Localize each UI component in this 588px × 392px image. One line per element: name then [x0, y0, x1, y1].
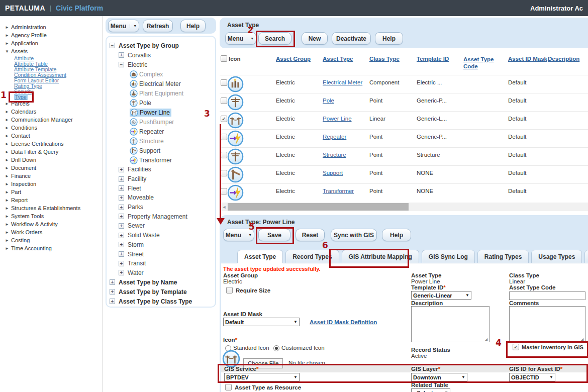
tree-menu-button[interactable]: Menu▼ — [108, 20, 139, 32]
tree-root-asset-type-by-name[interactable]: +Asset Type by Name — [110, 277, 215, 287]
gis-id-select[interactable]: OBJECTID▼ — [509, 373, 555, 381]
related-table-select[interactable]: --Select--▼ — [411, 388, 450, 392]
scroll-left-arrow-icon[interactable]: ◄ — [221, 203, 228, 211]
sidebar-item-inspection[interactable]: ►Inspection — [5, 180, 103, 188]
column-asset-type-code[interactable]: Asset Type Code — [463, 56, 498, 70]
new-button[interactable]: New — [302, 32, 328, 45]
sidebar-item-workflow-activity[interactable]: ►Workflow & Activity — [5, 220, 103, 228]
tree-group-fleet[interactable]: +Fleet — [110, 183, 215, 193]
tree-refresh-button[interactable]: Refresh — [143, 20, 173, 32]
expand-expander-icon[interactable]: + — [119, 223, 124, 229]
sidebar-link-condition-assessment[interactable]: Condition Assessment — [14, 72, 103, 77]
tab-asset-type[interactable]: Asset Type — [237, 250, 283, 263]
tab-gis-attribute-mapping[interactable]: GIS Attribute Mapping — [342, 250, 419, 263]
asset-type-code-input[interactable] — [509, 291, 585, 300]
sync-with-gis-button[interactable]: Sync with GIS — [331, 229, 377, 241]
collapse-expander-icon[interactable]: − — [110, 43, 115, 48]
save-button[interactable]: Save — [258, 229, 290, 241]
sidebar-link-rating-type[interactable]: Rating Type — [14, 83, 103, 88]
sidebar-item-license-certifications[interactable]: ►License Certifications — [5, 140, 103, 148]
tab-record-types[interactable]: Record Types — [285, 250, 339, 263]
sidebar-item-data-filter-query[interactable]: ►Data Filter & Query — [5, 148, 103, 156]
tab-usage-types[interactable]: Usage Types — [531, 250, 582, 263]
tree-group-storm[interactable]: +Storm — [110, 240, 215, 250]
sidebar-item-work-orders[interactable]: ►Work Orders — [5, 228, 103, 236]
sidebar-item-document[interactable]: ►Document — [5, 164, 103, 172]
sidebar-item-costing[interactable]: ►Costing — [5, 236, 103, 244]
sidebar-item-part[interactable]: ►Part — [5, 188, 103, 196]
tree-group-transit[interactable]: +Transit — [110, 259, 215, 268]
sidebar-item-drill-down[interactable]: ►Drill Down — [5, 156, 103, 164]
list-help-button[interactable]: Help — [375, 32, 403, 45]
tree-group-parks[interactable]: +Parks — [110, 203, 215, 212]
row-checkbox[interactable] — [221, 79, 227, 86]
reset-button[interactable]: Reset — [296, 229, 325, 241]
sidebar-link-attribute-table[interactable]: Attribute Table — [14, 61, 103, 66]
column-asset-id-mask[interactable]: Asset ID Mask — [508, 56, 547, 62]
expand-expander-icon[interactable]: + — [119, 185, 124, 191]
sidebar-item-assets[interactable]: ▼Assets — [5, 47, 103, 55]
tree-group-solid-waste[interactable]: +Solid Waste — [110, 231, 215, 240]
detail-help-button[interactable]: Help — [382, 229, 411, 241]
sidebar-item-time-accounting[interactable]: ►Time Accounting — [5, 244, 103, 252]
expand-expander-icon[interactable]: + — [119, 251, 124, 257]
gis-layer-select[interactable]: Downtown▼ — [411, 373, 467, 381]
tab-related-assets[interactable]: Related As — [584, 250, 588, 263]
expand-expander-icon[interactable]: + — [119, 167, 124, 172]
tree-group-moveable[interactable]: +Moveable — [110, 193, 215, 203]
select-all-checkbox[interactable] — [221, 55, 227, 62]
tree-help-button[interactable]: Help — [180, 20, 206, 32]
tree-item-power-line[interactable]: Power Line — [110, 108, 215, 117]
tree-group-water[interactable]: +Water — [110, 268, 215, 278]
row-checkbox[interactable] — [221, 188, 227, 194]
expand-expander-icon[interactable]: + — [119, 261, 124, 266]
sidebar-item-calendars[interactable]: ►Calendars — [5, 108, 103, 116]
expand-expander-icon[interactable]: + — [119, 242, 124, 247]
row-checkbox[interactable] — [221, 134, 227, 140]
tree-item-structure[interactable]: Structure — [110, 136, 215, 146]
scrollbar-thumb[interactable] — [228, 203, 409, 211]
gis-service-select[interactable]: BPTDEV▼ — [224, 373, 300, 381]
deactivate-button[interactable]: Deactivate — [332, 32, 371, 45]
expand-expander-icon[interactable]: + — [119, 233, 124, 238]
require-size-checkbox[interactable] — [226, 287, 233, 293]
cell-asset-type-link[interactable]: Repeater — [323, 134, 346, 140]
sidebar-item-system-tools[interactable]: ►System Tools — [5, 212, 103, 220]
description-textarea[interactable] — [411, 306, 489, 342]
tree-root-asset-type-by-class-type[interactable]: +Asset Type by Class Type — [110, 297, 215, 306]
expand-expander-icon[interactable]: + — [110, 279, 115, 285]
tree-group-sewer[interactable]: +Sewer — [110, 221, 215, 231]
column-asset-group[interactable]: Asset Group — [276, 56, 311, 62]
comments-textarea[interactable] — [509, 306, 585, 342]
tree-item-pushbumper[interactable]: PushBumper — [110, 117, 215, 127]
row-checkbox[interactable] — [221, 97, 227, 104]
tree-item-plant-equipment[interactable]: Plant Equipment — [110, 88, 215, 98]
tab-rating-types[interactable]: Rating Types — [477, 250, 529, 263]
customized-icon-radio[interactable] — [273, 345, 279, 351]
expand-expander-icon[interactable]: + — [119, 195, 124, 201]
expand-expander-icon[interactable]: + — [119, 205, 124, 210]
tree-group-facility[interactable]: +Facility — [110, 174, 215, 184]
tree-group-corvallis[interactable]: +Corvallis — [110, 50, 215, 60]
search-button[interactable]: Search — [258, 32, 291, 45]
tree-item-pole[interactable]: Pole — [110, 98, 215, 108]
asset-id-mask-definition-link[interactable]: Asset ID Mask Definition — [310, 319, 377, 325]
table-horizontal-scrollbar[interactable]: ◄ — [220, 203, 588, 211]
sidebar-link-security[interactable]: Security — [14, 88, 103, 94]
template-id-select[interactable]: Generic-Linear▼ — [411, 291, 471, 300]
sidebar-link-attribute[interactable]: Attribute — [14, 55, 103, 61]
expand-expander-icon[interactable]: + — [110, 289, 115, 295]
sidebar-link-form-layout-editor[interactable]: Form Layout Editor — [14, 77, 103, 83]
expand-expander-icon[interactable]: + — [119, 270, 124, 275]
sidebar-item-report[interactable]: ►Report — [5, 196, 103, 204]
sidebar-item-administration[interactable]: ►Administration — [5, 23, 103, 31]
master-inventory-checkbox[interactable]: ✓ — [513, 344, 519, 350]
row-checkbox[interactable] — [221, 152, 227, 158]
column-class-type[interactable]: Class Type — [369, 56, 400, 62]
asset-type-as-resource-checkbox[interactable] — [225, 384, 232, 390]
cell-asset-type-link[interactable]: Electrical Meter — [323, 79, 362, 85]
asset-id-mask-select[interactable]: Default▼ — [223, 318, 300, 326]
cell-asset-type-link[interactable]: Transformer — [323, 188, 354, 194]
expand-expander-icon[interactable]: + — [119, 52, 124, 58]
sidebar-link-attribute-template[interactable]: Attribute Template — [14, 66, 103, 72]
